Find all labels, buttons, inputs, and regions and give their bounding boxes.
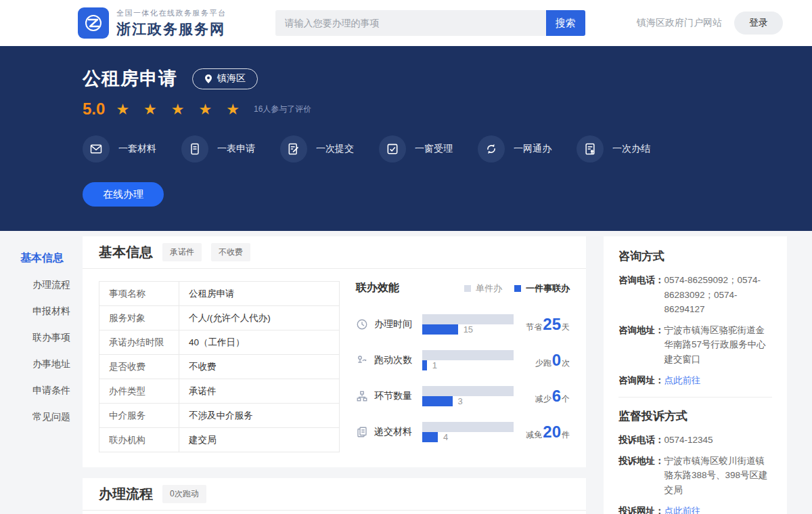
- zero-trip-badge: 0次跑动: [162, 485, 206, 503]
- feature-label: 一窗受理: [415, 143, 453, 155]
- logo-text: 全国一体化在线政务服务平台 浙江政务服务网: [116, 8, 227, 39]
- basic-info-table: 事项名称公租房申请 服务对象个人/(允许个人代办) 承诺办结时限40（工作日） …: [99, 281, 340, 452]
- consult-link[interactable]: 点此前往: [664, 373, 701, 388]
- site-name: 浙江政务服务网: [116, 20, 227, 39]
- promise-badge: 承诺件: [162, 243, 202, 261]
- complaint-phone-row: 投诉电话： 0574-12345: [618, 433, 772, 448]
- form-icon: [188, 142, 202, 156]
- table-row: 办件类型承诺件: [99, 379, 340, 404]
- process-card: 办理流程 0次跑动: [83, 478, 586, 514]
- rating-score: 5.0: [83, 100, 105, 119]
- chart-row-time: 办理时间 15 节省 25: [356, 306, 570, 342]
- rating-stars: ★ ★ ★ ★ ★: [116, 101, 244, 118]
- feature-label: 一网通办: [514, 143, 551, 155]
- feature-label: 一套材料: [118, 143, 156, 155]
- district-label: 镇海区: [217, 72, 246, 85]
- checkbox-icon: [386, 142, 399, 156]
- legend-label-joint: 一件事联办: [526, 282, 570, 295]
- bar-joint-materials: [422, 432, 438, 442]
- bar-joint-time: [422, 324, 458, 335]
- bar-single-time: [422, 314, 514, 324]
- rating-count: 16人参与了评价: [254, 104, 311, 115]
- legend-swatch-single: [464, 285, 471, 292]
- feature-item: 一表申请: [181, 135, 255, 163]
- table-row: 中介服务不涉及中介服务: [99, 404, 340, 428]
- consult-title: 咨询方式: [618, 249, 772, 264]
- legend-label-single: 单件办: [476, 282, 502, 295]
- district-pill[interactable]: 镇海区: [192, 68, 258, 89]
- bar-value: 4: [443, 432, 448, 442]
- chart-legend: 单件办 一件事联办: [464, 282, 570, 295]
- table-row: 是否收费不收费: [99, 355, 340, 379]
- bar-value: 3: [458, 396, 463, 406]
- nav-item-faq[interactable]: 常见问题: [0, 411, 83, 423]
- bar-joint-steps: [422, 396, 453, 406]
- table-row: 事项名称公租房申请: [99, 282, 340, 306]
- complaint-address-row: 投诉地址： 宁波市镇海区蛟川街道镇骆东路388号、398号区建交局: [618, 454, 772, 498]
- nav-item-address[interactable]: 办事地址: [0, 358, 83, 370]
- bar-value: 15: [464, 324, 473, 335]
- feature-item: 一套材料: [83, 135, 156, 163]
- table-row: 服务对象个人/(允许个人代办): [99, 306, 340, 330]
- feature-item: 一次提交: [280, 135, 354, 163]
- edit-icon: [287, 142, 300, 156]
- feature-list: 一套材料 一表申请 一次提交 一窗受理 一网通办 一次办结: [83, 135, 812, 163]
- saving-steps: 减少 6 个: [535, 387, 570, 406]
- platform-tagline: 全国一体化在线政务服务平台: [116, 8, 227, 18]
- stamp-icon: [583, 142, 597, 156]
- nav-item-basic-info[interactable]: 基本信息: [0, 251, 83, 265]
- consult-website-row: 咨询网址： 点此前往: [618, 373, 772, 388]
- documents-icon: [356, 426, 368, 438]
- top-header: 全国一体化在线政务服务平台 浙江政务服务网 搜索 镇海区政府门户网站 登录: [0, 0, 812, 46]
- logo-glyph-icon: [82, 12, 105, 35]
- nav-item-process[interactable]: 办理流程: [0, 279, 83, 291]
- run-icon: [356, 354, 368, 366]
- saving-materials: 减免 20 件: [526, 423, 570, 442]
- bar-joint-trips: [422, 360, 427, 370]
- feature-item: 一网通办: [478, 135, 551, 163]
- bar-single-trips: [422, 350, 514, 360]
- legend-swatch-joint: [514, 285, 521, 292]
- consult-phone-row: 咨询电话： 0574-86259092；0574-86283092；0574-8…: [618, 273, 772, 317]
- feature-label: 一次办结: [612, 143, 650, 155]
- site-logo[interactable]: [78, 7, 109, 39]
- basic-info-card: 基本信息 承诺件 不收费 事项名称公租房申请 服务对象个人/(允许个人代办) 承…: [83, 236, 586, 467]
- feature-item: 一次办结: [577, 135, 650, 163]
- search-input[interactable]: [275, 10, 546, 36]
- nav-item-materials[interactable]: 申报材料: [0, 305, 83, 318]
- nav-item-joint-matters[interactable]: 联办事项: [0, 332, 83, 344]
- search-button[interactable]: 搜索: [546, 10, 585, 36]
- process-title: 办理流程: [99, 485, 153, 503]
- contact-card: 咨询方式 咨询电话： 0574-86259092；0574-86283092；0…: [604, 236, 787, 514]
- saving-time: 节省 25 天: [526, 315, 570, 334]
- envelope-icon: [89, 142, 103, 156]
- chart-title: 联办效能: [356, 281, 399, 295]
- chart-row-steps: 环节数量 3 减少 6: [356, 378, 570, 414]
- complaint-link[interactable]: 点此前往: [664, 504, 701, 514]
- hero-banner: 公租房申请 镇海区 5.0 ★ ★ ★ ★ ★ 16人参与了评价 一套材料 一表…: [0, 46, 812, 231]
- saving-trips: 少跑 0 次: [535, 351, 570, 370]
- feature-label: 一表申请: [217, 143, 255, 155]
- login-button[interactable]: 登录: [734, 12, 783, 35]
- bar-single-steps: [422, 386, 514, 396]
- chart-row-trips: 跑动次数 1 少跑 0: [356, 342, 570, 378]
- consult-address-row: 咨询地址： 宁波市镇海区骆驼街道金华南路57号行政服务中心建交窗口: [618, 323, 772, 367]
- sitemap-icon: [356, 390, 368, 402]
- clock-icon: [356, 318, 368, 330]
- divider: [618, 397, 772, 398]
- free-badge: 不收费: [211, 243, 250, 261]
- online-apply-button[interactable]: 在线办理: [83, 182, 164, 207]
- sync-icon: [484, 142, 498, 156]
- bar-value: 1: [432, 360, 437, 370]
- location-pin-icon: [204, 74, 212, 84]
- basic-info-title: 基本信息: [99, 243, 153, 261]
- joint-efficiency-chart: 联办效能 单件办 一件事联办 办理时间: [356, 281, 570, 452]
- complaint-website-row: 投诉网址： 点此前往: [618, 504, 772, 514]
- complaint-title: 监督投诉方式: [618, 408, 772, 424]
- bar-single-materials: [422, 422, 514, 432]
- table-row: 承诺办结时限40（工作日）: [99, 330, 340, 355]
- nav-item-conditions[interactable]: 申请条件: [0, 385, 83, 397]
- page-title: 公租房申请: [83, 66, 177, 91]
- anchor-nav: 基本信息 办理流程 申报材料 联办事项 办事地址 申请条件 常见问题: [0, 236, 83, 514]
- portal-link[interactable]: 镇海区政府门户网站: [637, 17, 722, 29]
